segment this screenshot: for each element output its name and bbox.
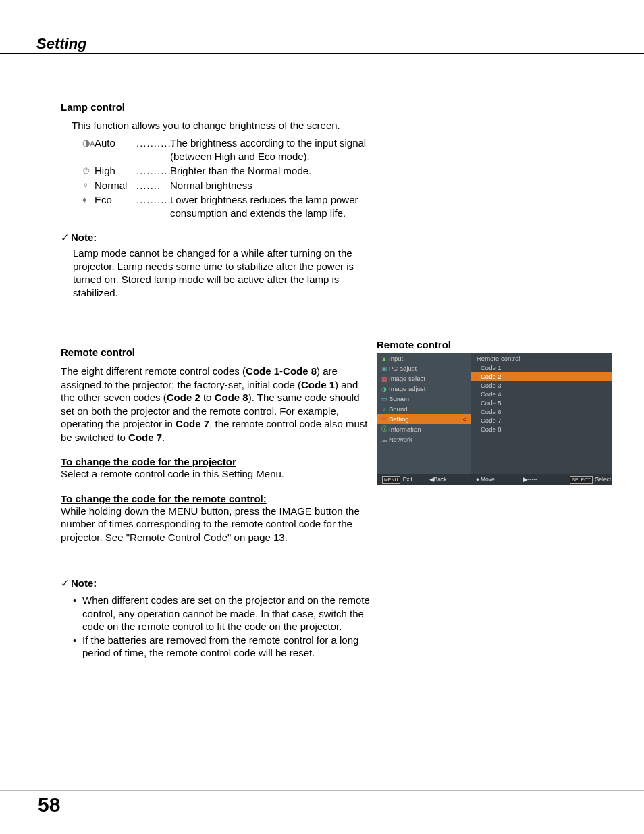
osd-footer: MENU Exit ◀Back ♦ Move ▶----- SELECT Sel… — [377, 474, 612, 485]
lamp-note-heading: ✓Note: — [61, 232, 371, 244]
information-icon: ⓘ — [379, 425, 389, 434]
osd-menu-label: Setting — [389, 415, 409, 423]
osd-menu-item-network[interactable]: ☁Network — [377, 434, 471, 444]
lamp-mode-desc: Lower brightness reduces the lamp power … — [170, 193, 371, 219]
remote-control-heading: Remote control — [61, 346, 371, 358]
text: to — [200, 392, 215, 403]
image-select-icon: ▦ — [379, 375, 389, 382]
lamp-mode-label: Auto — [95, 136, 136, 150]
image-adjust-icon: ◑ — [379, 386, 389, 392]
list-item: • When different codes are set on the pr… — [73, 594, 371, 633]
lamp-normal-icon: ♀ — [82, 180, 95, 192]
osd-code-option[interactable]: ✓Code 2 — [471, 372, 612, 381]
osd-code-option[interactable]: Code 4 — [471, 390, 612, 398]
lamp-dots: ............. — [136, 193, 170, 207]
lamp-auto-icon: ◑ᴀ — [82, 138, 95, 149]
osd-code-option[interactable]: Code 5 — [471, 398, 612, 407]
title-rule — [0, 53, 644, 54]
osd-menu-label: Network — [389, 436, 412, 443]
osd-menu-item-information[interactable]: ⓘInformation — [377, 424, 471, 434]
chevron-left-icon: < — [463, 415, 467, 423]
network-icon: ☁ — [379, 436, 389, 443]
remote-note-heading: ✓Note: — [61, 577, 371, 590]
code-ref: Code 1 — [246, 365, 279, 377]
text: The eight different remote control codes… — [61, 365, 246, 377]
setting-icon: ⚒ — [379, 416, 389, 423]
code-ref: Code 7 — [176, 418, 209, 429]
osd-foot-label: Exit — [403, 476, 412, 483]
osd-menu-label: Sound — [389, 405, 407, 413]
osd-code-option[interactable]: Code 1 — [471, 363, 612, 372]
bullet-text: When different codes are set on the proj… — [82, 594, 371, 633]
osd-code-label: Code 1 — [481, 364, 502, 371]
osd-foot-select: SELECT Select — [564, 476, 612, 484]
lamp-mode-desc: Brighter than the Normal mode. — [170, 164, 371, 178]
osd-menu-label: Image select — [389, 375, 425, 382]
lamp-note-body: Lamp mode cannot be changed for a while … — [73, 246, 371, 299]
osd-menu-item-pc-adjust[interactable]: ▣PC adjust — [377, 363, 471, 373]
osd-code-option[interactable]: Code 7 — [471, 416, 612, 425]
code-ref: Code 2 — [167, 392, 200, 403]
screen-icon: ▭ — [379, 396, 389, 402]
osd-menu-item-image-adjust[interactable]: ◑Image adjust — [377, 384, 471, 394]
list-item: • If the batteries are removed from the … — [73, 633, 371, 660]
lamp-mode-label: Normal — [95, 179, 136, 192]
remote-control-paragraph: The eight different remote control codes… — [61, 365, 371, 444]
osd-code-option[interactable]: Code 3 — [471, 381, 612, 390]
osd-menu-item-screen[interactable]: ▭Screen — [377, 394, 471, 404]
osd-code-label: Code 3 — [481, 382, 502, 389]
lamp-eco-icon: ♦ — [82, 194, 95, 206]
osd-foot-dash: ▶----- — [518, 476, 565, 483]
lamp-mode-high: ♔ High ........... Brighter than the Nor… — [82, 164, 371, 178]
osd-menu-item-sound[interactable]: ♪Sound — [377, 404, 471, 414]
osd-code-list: Code 1✓Code 2Code 3Code 4Code 5Code 6Cod… — [471, 363, 612, 434]
change-code-projector-heading: To change the code for the projector — [61, 456, 371, 467]
page-number: 58 — [38, 793, 60, 816]
osd-code-option[interactable]: Code 6 — [471, 407, 612, 416]
select-key-icon: SELECT — [570, 476, 592, 484]
osd-code-label: Code 2 — [481, 373, 502, 380]
title-rule-thin — [0, 57, 644, 57]
lamp-control-intro: This function allows you to change brigh… — [72, 120, 371, 131]
osd-menu-item-setting[interactable]: ⚒Setting< — [377, 414, 471, 424]
osd-code-label: Code 7 — [481, 417, 502, 424]
code-ref: Code 8 — [283, 365, 317, 377]
code-ref: Code 7 — [128, 432, 162, 443]
bullet-icon: • — [73, 594, 82, 633]
lamp-mode-desc: The brightness according to the input si… — [170, 136, 371, 163]
remote-note-bullets: • When different codes are set on the pr… — [61, 594, 371, 660]
sound-icon: ♪ — [379, 406, 389, 413]
osd-foot-move: ♦ Move — [471, 476, 518, 483]
lamp-mode-label: Eco — [95, 193, 136, 207]
osd-caption: Remote control — [377, 339, 612, 350]
note-label: Note: — [71, 577, 97, 589]
osd-code-label: Code 8 — [481, 425, 502, 433]
lamp-dots: ........... — [136, 136, 170, 150]
change-code-remote-heading: To change the code for the remote contro… — [61, 493, 371, 504]
osd-menu-label: Information — [389, 425, 421, 433]
bullet-text: If the batteries are removed from the re… — [82, 633, 371, 660]
osd-menu-item-input[interactable]: ▲Input — [377, 353, 471, 363]
change-code-projector-body: Select a remote control code in this Set… — [61, 467, 371, 481]
osd-menu-label: Screen — [389, 395, 409, 402]
osd-main-menu: ▲Input▣PC adjust▦Image select◑Image adju… — [377, 353, 471, 474]
osd-code-label: Code 6 — [481, 408, 502, 415]
lamp-high-icon: ♔ — [82, 165, 95, 177]
lamp-mode-list: ◑ᴀ Auto ........... The brightness accor… — [82, 136, 371, 219]
pc-adjust-icon: ▣ — [379, 365, 389, 372]
lamp-control-heading: Lamp control — [61, 101, 371, 113]
footer-rule — [0, 790, 644, 791]
check-icon: ✓ — [61, 577, 70, 589]
text: . — [162, 432, 165, 443]
code-ref: Code 8 — [215, 392, 248, 403]
lamp-mode-label: High — [95, 164, 136, 178]
lamp-mode-desc: Normal brightness — [170, 179, 371, 192]
change-code-remote-body: While holding down the MENU button, pres… — [61, 504, 371, 544]
osd-menu-item-image-select[interactable]: ▦Image select — [377, 373, 471, 384]
osd-panel-fill — [471, 434, 612, 474]
osd-code-option[interactable]: Code 8 — [471, 425, 612, 434]
page-title: Setting — [36, 35, 87, 53]
check-icon: ✓ — [61, 232, 70, 243]
bullet-icon: • — [73, 633, 82, 660]
osd-menu-label: Image adjust — [389, 385, 425, 392]
